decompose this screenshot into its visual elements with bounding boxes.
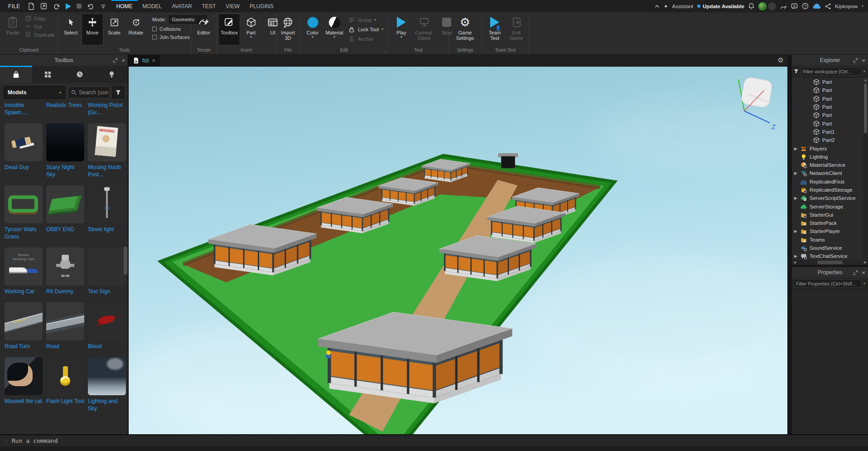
command-input[interactable]: Run a command [12,437,58,444]
road-turn-thumbnail[interactable] [5,302,43,340]
maxwell-the-cat-thumbnail[interactable] [5,357,43,395]
explorer-item-part[interactable]: Part [792,119,868,127]
filter-funnel-button[interactable] [112,87,124,98]
properties-close-icon[interactable]: × [862,270,865,276]
notifications-bell-icon[interactable] [748,3,754,10]
toolbox-item-label[interactable]: R6 Dummy [46,288,84,295]
material-button[interactable]: Material ▾ [323,14,345,45]
flash-light-tool-thumbnail[interactable] [46,357,84,395]
place-tab[interactable]: fitil × [129,55,160,66]
exit-game-button[interactable]: Exit Game [506,14,527,45]
toolbox-dock-icon[interactable] [113,58,118,63]
scroll-up-icon[interactable]: ▲ [863,78,868,82]
obby-end-thumbnail[interactable] [46,185,84,223]
collapse-ribbon-icon[interactable] [655,5,660,8]
toolbox-item-label[interactable]: Dead Guy [5,164,43,171]
new-file-icon[interactable] [26,1,37,11]
command-bar[interactable]: ⋮ Run a command [0,434,868,446]
toolbox-item-label[interactable]: Text Sign [88,288,126,295]
edit-group-expander-icon[interactable]: ⌄ [383,49,387,53]
explorer-item-teams[interactable]: Teams [792,236,868,244]
properties-filter-caret-icon[interactable]: ▾ [863,281,866,286]
user-menu-caret-icon[interactable]: ▾ [862,4,863,8]
explorer-item-serverscriptservice[interactable]: ▶ServerScriptService [792,194,868,202]
explorer-item-networkclient[interactable]: ▶NetworkClient [792,169,868,177]
explorer-item-part[interactable]: Part [792,86,868,94]
toolbox-item[interactable]: Working Pistol |Gu... [88,102,126,116]
explorer-item-startergui[interactable]: StarterGui [792,211,868,219]
toolbox-item-label[interactable]: OBBY END [46,226,84,233]
game-settings-button[interactable]: ⚙ Game Settings [450,14,480,45]
expand-arrow-icon[interactable]: ▶ [794,254,800,258]
toolbox-button[interactable]: Toolbox [218,14,240,45]
toolbox-item[interactable]: OBBY END [46,185,84,240]
redo-icon[interactable] [51,1,62,11]
update-available-button[interactable]: Update Available [697,4,744,9]
working-car-thumbnail[interactable]: Roblox Working Cars [5,247,43,286]
cut-button[interactable]: ✂Cut [25,24,55,29]
text-sign-thumbnail[interactable] [88,247,126,286]
toolbox-item-label[interactable]: Invisible Spawn.... [5,102,43,116]
import-3d-button[interactable]: Import 3D [277,14,299,45]
rotate-tool-button[interactable]: Rotate [125,14,147,45]
color-caret-icon[interactable]: ▾ [312,36,313,39]
toolbox-item[interactable]: Blood [88,302,126,350]
toolbox-item-label[interactable]: Tycoon Walls Grass [5,226,43,240]
toolbox-item[interactable]: Road [46,302,84,350]
help-icon[interactable]: ? [802,3,809,10]
viewport-settings-gear-icon[interactable]: ⚙ [778,57,784,64]
explorer-dock-icon[interactable] [853,58,858,63]
part-caret-icon[interactable]: ▾ [250,36,252,39]
explorer-vscrollbar[interactable]: ▲ [863,78,868,260]
lock-tool-caret-icon[interactable]: ▾ [381,27,383,31]
r6-dummy-thumbnail[interactable] [46,247,84,286]
explorer-item-textchatservice[interactable]: ▶TextChatService [792,252,868,260]
street-light-thumbnail[interactable] [88,185,126,223]
explorer-close-icon[interactable]: × [862,58,865,63]
customize-quick-access-icon[interactable] [98,1,109,11]
toolbox-item-label[interactable]: Blood [88,343,126,350]
open-file-icon[interactable] [39,1,49,11]
toolbox-item-label[interactable]: Working Car [5,288,43,295]
road-thumbnail[interactable] [46,302,84,340]
command-bar-drag-handle[interactable]: ⋮ [0,438,12,444]
team-test-button[interactable]: 👤 Team Test [484,14,506,45]
explorer-item-materialservice[interactable]: MaterialService [792,161,868,169]
category-dropdown[interactable]: Models▾ [4,86,65,99]
tycoon-walls-grass-thumbnail[interactable] [5,185,43,223]
explorer-item-lighting[interactable]: Lighting [792,153,868,161]
search-input[interactable]: Search (use [68,87,110,98]
blood-thumbnail[interactable] [88,302,126,340]
properties-filter-input[interactable]: Filter Properties (Ctrl+Shift... [794,279,862,288]
material-caret-icon[interactable]: ▾ [333,36,335,39]
toolbox-item[interactable]: Flash Light Tool [46,357,84,412]
toolbox-tab-marketplace[interactable] [0,66,32,83]
add-collaborator-icon[interactable] [780,3,787,10]
explorer-item-part1[interactable]: Part1 [792,128,868,136]
toolbox-item-label[interactable]: Road [46,343,84,350]
lighting-and-sky-thumbnail[interactable] [88,357,126,395]
explorer-item-part[interactable]: Part [792,78,868,86]
tab-model[interactable]: MODEL [138,0,167,12]
quick-play-icon[interactable] [66,3,71,10]
toolbox-item-label[interactable]: Maxwell the cat [5,398,43,405]
toolbox-item-label[interactable]: Realistic Trees [46,102,84,109]
explorer-item-soundservice[interactable]: SoundService [792,244,868,252]
toolbox-item[interactable]: Invisible Spawn.... [5,102,43,116]
select-tool-button[interactable]: Select [60,14,82,45]
play-caret-icon[interactable]: ▾ [400,36,402,39]
part-button[interactable]: Part ▾ [240,14,262,45]
expand-arrow-icon[interactable]: ▶ [794,196,800,200]
expand-arrow-icon[interactable]: ▶ [794,229,800,233]
toolbox-item[interactable]: Realistic Trees [46,102,84,116]
toolbox-item[interactable]: Lighting and Sky [88,357,126,412]
tab-home[interactable]: HOME [111,0,138,12]
toolbox-item[interactable]: Tycoon Walls Grass [5,185,43,240]
copy-button[interactable]: Copy [25,15,55,21]
scroll-left-icon[interactable]: ◀ [792,261,797,264]
scene-canvas[interactable]: Z [129,67,787,434]
toolbox-item-label[interactable]: Street light [88,226,126,233]
toolbox-item[interactable]: Road Turn [5,302,43,350]
explorer-item-part[interactable]: Part [792,103,868,111]
explorer-item-part2[interactable]: Part2 [792,136,868,144]
